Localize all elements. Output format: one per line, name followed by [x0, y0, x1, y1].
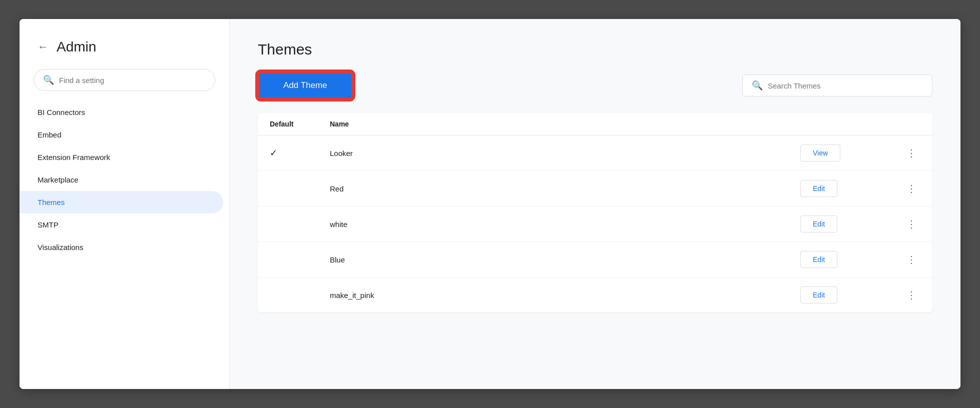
cell-action-make-it-pink: Edit	[800, 286, 890, 304]
table-row: Blue Edit ⋮	[258, 242, 932, 278]
sidebar-item-extension-framework[interactable]: Extension Framework	[20, 146, 223, 168]
sidebar-item-bi-connectors[interactable]: BI Connectors	[20, 101, 223, 124]
edit-button-red[interactable]: Edit	[800, 180, 837, 197]
more-menu-button-red[interactable]: ⋮	[902, 180, 920, 196]
table-row: white Edit ⋮	[258, 206, 932, 242]
cell-more-white: ⋮	[890, 216, 920, 232]
add-theme-button[interactable]: Add Theme	[258, 72, 353, 99]
col-header-name: Name	[330, 120, 800, 128]
page-title: Themes	[258, 41, 932, 58]
col-header-more	[890, 120, 920, 128]
more-menu-button-blue[interactable]: ⋮	[902, 252, 920, 268]
more-menu-button-make-it-pink[interactable]: ⋮	[902, 287, 920, 303]
checkmark-icon: ✓	[270, 148, 277, 158]
cell-more-red: ⋮	[890, 180, 920, 196]
table-header: Default Name	[258, 113, 932, 136]
cell-name-red: Red	[330, 184, 800, 193]
cell-more-make-it-pink: ⋮	[890, 287, 920, 303]
cell-default-looker: ✓	[270, 148, 330, 158]
cell-action-looker: View	[800, 144, 890, 162]
sidebar-search-icon: 🔍	[43, 74, 54, 86]
sidebar-item-smtp[interactable]: SMTP	[20, 214, 223, 236]
table-row: Red Edit ⋮	[258, 171, 932, 206]
sidebar: ← Admin 🔍 BI Connectors Embed Extension …	[20, 19, 230, 389]
cell-action-white: Edit	[800, 216, 890, 232]
col-header-default: Default	[270, 120, 330, 128]
themes-table: Default Name ✓ Looker View ⋮	[258, 113, 932, 312]
sidebar-search-input[interactable]	[59, 76, 206, 84]
search-themes-input[interactable]	[768, 82, 923, 90]
cell-name-white: white	[330, 220, 800, 228]
col-header-action	[800, 120, 890, 128]
back-arrow-icon[interactable]: ←	[38, 40, 49, 54]
sidebar-search-box: 🔍	[34, 69, 215, 91]
cell-more-looker: ⋮	[890, 145, 920, 161]
main-content: Themes Add Theme 🔍 Default Name ✓ Looke	[230, 19, 960, 389]
table-row: ✓ Looker View ⋮	[258, 136, 932, 171]
cell-action-blue: Edit	[800, 251, 890, 268]
sidebar-item-themes[interactable]: Themes	[20, 191, 223, 214]
search-themes-icon: 🔍	[752, 80, 763, 91]
cell-name-looker: Looker	[330, 149, 800, 158]
cell-action-red: Edit	[800, 180, 890, 197]
edit-button-blue[interactable]: Edit	[800, 251, 837, 268]
view-button-looker[interactable]: View	[800, 144, 840, 162]
sidebar-header: ← Admin	[20, 19, 229, 69]
table-row: make_it_pink Edit ⋮	[258, 278, 932, 312]
edit-button-white[interactable]: Edit	[800, 216, 837, 232]
sidebar-title: Admin	[57, 39, 96, 55]
sidebar-item-marketplace[interactable]: Marketplace	[20, 168, 223, 191]
cell-more-blue: ⋮	[890, 252, 920, 268]
more-menu-button-looker[interactable]: ⋮	[902, 145, 920, 161]
toolbar: Add Theme 🔍	[258, 72, 932, 99]
search-themes-box: 🔍	[742, 74, 932, 96]
cell-name-blue: Blue	[330, 256, 800, 264]
sidebar-item-visualizations[interactable]: Visualizations	[20, 236, 223, 258]
sidebar-item-embed[interactable]: Embed	[20, 124, 223, 146]
sidebar-nav: BI Connectors Embed Extension Framework …	[20, 101, 229, 389]
edit-button-make-it-pink[interactable]: Edit	[800, 286, 837, 304]
more-menu-button-white[interactable]: ⋮	[902, 216, 920, 232]
cell-name-make-it-pink: make_it_pink	[330, 291, 800, 300]
